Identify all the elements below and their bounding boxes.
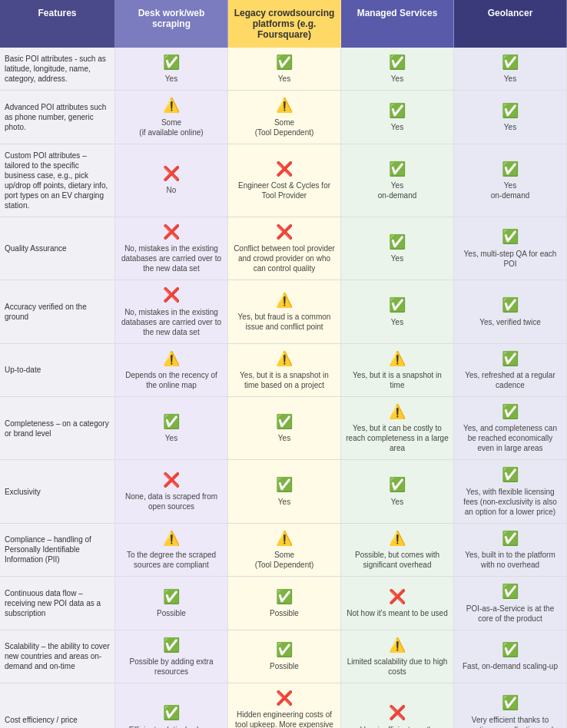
data-cell: ✅Yes [341, 280, 454, 342]
feature-label: Completeness – on a category or brand le… [0, 397, 115, 459]
no-icon: ❌ [389, 704, 406, 722]
warn-icon: ⚠️ [276, 350, 293, 368]
cell-text: Depends on the recency of the online map [120, 370, 223, 390]
table-row: Exclusivity❌None, data is scraped from o… [0, 460, 567, 523]
data-cell: ✅Yes, multi-step QA for each POI [454, 217, 567, 280]
cell-text: Yes [504, 122, 516, 132]
cell-text: Possible [270, 608, 299, 618]
warn-icon: ⚠️ [276, 97, 293, 114]
yes-icon: ✅ [502, 228, 519, 246]
no-icon: ❌ [276, 690, 293, 707]
data-cell: ✅Possible [228, 577, 341, 629]
data-cell: ⚠️Yes, but fraud is a common issue and c… [228, 280, 341, 342]
data-cell: ✅Efficient, relatively cheap [115, 683, 228, 728]
cell-text: Very inefficient, costly [360, 725, 434, 728]
cell-text: Conflict between tool provider and crowd… [233, 243, 336, 273]
table-header: Features Desk work/web scraping Legacy c… [0, 0, 567, 48]
no-icon: ❌ [163, 286, 180, 304]
no-icon: ❌ [163, 165, 180, 183]
cell-text: Yes [391, 497, 403, 507]
cell-text: Yes, but it can be costly to reach compl… [346, 423, 449, 453]
cell-text: Some(if available online) [139, 117, 203, 137]
cell-text: Yes [504, 74, 516, 84]
cell-text: Yes [165, 74, 177, 84]
data-cell: ✅Yes, verified twice [454, 280, 567, 342]
cell-text: Some(Tool Dependent) [255, 550, 314, 570]
cell-text: Yes, verified twice [479, 317, 541, 327]
no-icon: ❌ [276, 223, 293, 241]
yes-icon: ✅ [502, 296, 519, 314]
warn-icon: ⚠️ [389, 350, 406, 368]
cell-text: Possible, but comes with significant ove… [346, 550, 449, 570]
cell-text: Yes [278, 74, 290, 84]
yes-icon: ✅ [163, 704, 180, 722]
table-row: Scalability – the ability to cover new c… [0, 630, 567, 683]
data-cell: ✅Yes [228, 48, 341, 90]
cell-text: Engineer Cost & Cycles for Tool Provider [233, 180, 336, 200]
feature-label: Exclusivity [0, 460, 115, 522]
feature-label: Accuracy verified on the ground [0, 280, 115, 342]
table-row: Custom POI attributes – tailored to the … [0, 144, 567, 217]
cell-text: No [167, 185, 177, 195]
yes-icon: ✅ [163, 54, 180, 71]
cell-text: Possible by adding extra resources [120, 657, 223, 677]
data-cell: ✅Yes [341, 48, 454, 90]
yes-icon: ✅ [389, 160, 406, 178]
data-cell: ⚠️Some(Tool Dependent) [228, 91, 341, 143]
cell-text: Yes [278, 497, 290, 507]
cell-text: Possible [270, 661, 299, 671]
header-desk: Desk work/web scraping [115, 0, 228, 48]
table-row: Quality Assurance❌No, mistakes in the ex… [0, 217, 567, 280]
data-cell: ✅POI-as-a-Service is at the core of the … [454, 577, 567, 629]
yes-icon: ✅ [163, 637, 180, 654]
table-row: Accuracy verified on the ground❌No, mist… [0, 280, 567, 343]
cell-text: Yes [391, 74, 403, 84]
table-row: Basic POI attributes - such as latitude,… [0, 48, 567, 91]
table-row: Compliance – handling of Personally Iden… [0, 524, 567, 577]
yes-icon: ✅ [276, 641, 293, 659]
cell-text: Some(Tool Dependent) [255, 117, 314, 137]
feature-label: Continuous data flow – receiving new POI… [0, 577, 115, 629]
yes-icon: ✅ [502, 641, 519, 659]
data-cell: ✅Possible by adding extra resources [115, 630, 228, 683]
data-cell: ✅Possible [228, 630, 341, 683]
data-cell: ❌No, mistakes in the existing databases … [115, 217, 228, 280]
yes-icon: ✅ [502, 583, 519, 601]
cell-text: None, data is scraped from open sources [120, 491, 223, 511]
cell-text: Yes [278, 433, 290, 443]
data-cell: ⚠️To the degree the scraped sources are … [115, 524, 228, 576]
no-icon: ❌ [389, 588, 406, 606]
warn-icon: ⚠️ [163, 530, 180, 548]
data-cell: ❌Hidden engineering costs of tool upkeep… [228, 683, 341, 728]
yes-icon: ✅ [502, 466, 519, 484]
cell-text: Yes, refreshed at a regular cadence [459, 370, 562, 390]
yes-icon: ✅ [163, 413, 180, 431]
cell-text: Yes, built in to the platform with no ov… [459, 550, 562, 570]
data-cell: ✅Yes, and completeness can be reached ec… [454, 397, 567, 459]
cell-text: No, mistakes in the existing databases a… [120, 307, 223, 337]
yes-icon: ✅ [389, 54, 406, 71]
data-cell: ✅Yes [454, 48, 567, 90]
comparison-table: Features Desk work/web scraping Legacy c… [0, 0, 567, 728]
data-cell: ❌None, data is scraped from open sources [115, 460, 228, 522]
yes-icon: ✅ [502, 350, 519, 368]
feature-label: Advanced POI attributes such as phone nu… [0, 91, 115, 143]
data-cell: ⚠️Yes, but it is a snapshot in time base… [228, 344, 341, 396]
warn-icon: ⚠️ [163, 97, 180, 114]
data-cell: ❌No, mistakes in the existing databases … [115, 280, 228, 342]
cell-text: Hidden engineering costs of tool upkeep.… [233, 710, 336, 728]
cell-text: To the degree the scraped sources are co… [120, 550, 223, 570]
data-cell: ✅Yes, refreshed at a regular cadence [454, 344, 567, 396]
data-cell: ✅Yes [454, 91, 567, 143]
data-cell: ✅Yes, built in to the platform with no o… [454, 524, 567, 576]
data-cell: ❌Not how it's meant to be used [341, 577, 454, 629]
yes-icon: ✅ [502, 160, 519, 178]
cell-text: Yes, but it is a snapshot in time [346, 370, 449, 390]
data-cell: ✅Yes [115, 48, 228, 90]
yes-icon: ✅ [276, 54, 293, 71]
data-cell: ⚠️Some(if available online) [115, 91, 228, 143]
data-cell: ✅Very efficient thanks to continuous col… [454, 683, 567, 728]
header-legacy: Legacy crowdsourcing platforms (e.g. Fou… [228, 0, 341, 48]
cell-text: Yes [391, 122, 403, 132]
cell-text: Yes [391, 317, 403, 327]
